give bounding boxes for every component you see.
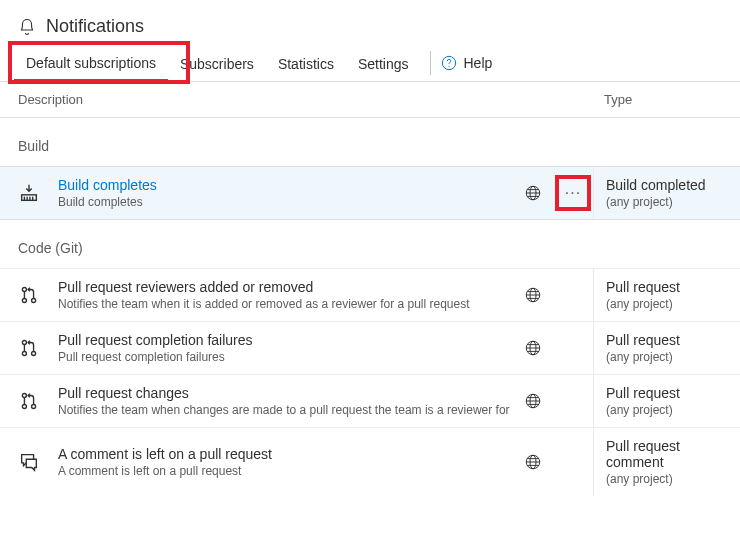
- row-type-sub: (any project): [606, 297, 722, 311]
- globe-icon: [513, 339, 553, 357]
- globe-icon: [513, 184, 553, 202]
- section-title: Build: [0, 118, 740, 166]
- row-type-sub: (any project): [606, 403, 722, 417]
- globe-icon: [513, 286, 553, 304]
- subscription-row[interactable]: Pull request completion failuresPull req…: [0, 321, 740, 374]
- row-type-sub: (any project): [606, 472, 722, 486]
- row-description: Build completesBuild completes: [58, 177, 513, 209]
- row-title: A comment is left on a pull request: [58, 446, 513, 462]
- row-type: Pull request(any project): [606, 385, 722, 417]
- row-subtitle: A comment is left on a pull request: [58, 464, 513, 478]
- row-type-title: Pull request comment: [606, 438, 722, 470]
- subscriptions-list: BuildBuild completesBuild completes···Bu…: [0, 118, 740, 496]
- column-description: Description: [18, 92, 604, 107]
- row-type: Build completed(any project): [606, 177, 722, 209]
- row-type: Pull request comment(any project): [606, 438, 722, 486]
- row-description: A comment is left on a pull requestA com…: [58, 446, 513, 478]
- page-title: Notifications: [46, 16, 144, 37]
- help-link[interactable]: Help: [441, 55, 492, 71]
- globe-icon: [513, 453, 553, 471]
- tab-settings[interactable]: Settings: [346, 46, 421, 80]
- row-description: Pull request completion failuresPull req…: [58, 332, 513, 364]
- more-actions-button[interactable]: ···: [553, 184, 593, 202]
- row-subtitle: Build completes: [58, 195, 513, 209]
- row-type-title: Pull request: [606, 385, 722, 401]
- bell-icon: [18, 18, 36, 36]
- page-header: Notifications: [0, 0, 740, 45]
- row-description: Pull request reviewers added or removedN…: [58, 279, 513, 311]
- row-type-title: Build completed: [606, 177, 722, 193]
- more-icon: ···: [565, 184, 581, 202]
- row-title: Pull request changes: [58, 385, 513, 401]
- subscription-row[interactable]: A comment is left on a pull requestA com…: [0, 427, 740, 496]
- tab-statistics[interactable]: Statistics: [266, 46, 346, 80]
- row-divider: [593, 269, 594, 321]
- row-type-sub: (any project): [606, 350, 722, 364]
- row-subtitle: Pull request completion failures: [58, 350, 513, 364]
- row-subtitle: Notifies the team when changes are made …: [58, 403, 513, 417]
- help-icon: [441, 55, 457, 71]
- pr-icon: [18, 390, 58, 412]
- row-divider: [593, 167, 594, 219]
- row-type-sub: (any project): [606, 195, 722, 209]
- subscription-row[interactable]: Pull request reviewers added or removedN…: [0, 268, 740, 321]
- row-subtitle: Notifies the team when it is added or re…: [58, 297, 513, 311]
- row-divider: [593, 428, 594, 496]
- row-type-title: Pull request: [606, 332, 722, 348]
- help-label: Help: [463, 55, 492, 71]
- row-type: Pull request(any project): [606, 279, 722, 311]
- tab-subscribers[interactable]: Subscribers: [168, 46, 266, 80]
- row-description: Pull request changesNotifies the team wh…: [58, 385, 513, 417]
- subscription-row[interactable]: Pull request changesNotifies the team wh…: [0, 374, 740, 427]
- build-icon: [18, 182, 58, 204]
- row-title: Build completes: [58, 177, 513, 193]
- row-type-title: Pull request: [606, 279, 722, 295]
- row-title: Pull request completion failures: [58, 332, 513, 348]
- section-title: Code (Git): [0, 220, 740, 268]
- globe-icon: [513, 392, 553, 410]
- column-type: Type: [604, 92, 722, 107]
- tab-divider: [430, 51, 431, 75]
- tab-default-subscriptions[interactable]: Default subscriptions: [14, 45, 168, 81]
- subscription-row[interactable]: Build completesBuild completes···Build c…: [0, 166, 740, 220]
- comment-icon: [18, 451, 58, 473]
- tab-bar: Default subscriptions Subscribers Statis…: [0, 45, 740, 82]
- pr-icon: [18, 337, 58, 359]
- row-type: Pull request(any project): [606, 332, 722, 364]
- row-title: Pull request reviewers added or removed: [58, 279, 513, 295]
- row-divider: [593, 375, 594, 427]
- pr-icon: [18, 284, 58, 306]
- columns-header: Description Type: [0, 82, 740, 118]
- row-divider: [593, 322, 594, 374]
- svg-point-1: [449, 66, 450, 67]
